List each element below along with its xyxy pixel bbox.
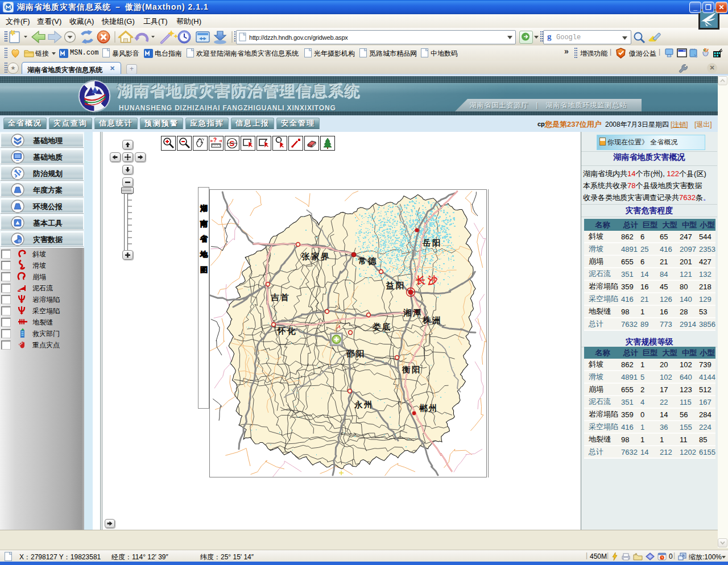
svg-text:娄底: 娄底 bbox=[373, 322, 392, 331]
svg-text:永州: 永州 bbox=[354, 400, 374, 409]
svg-text:衡阳: 衡阳 bbox=[402, 365, 421, 374]
svg-text:常德: 常德 bbox=[358, 256, 378, 265]
svg-text:益阳: 益阳 bbox=[386, 281, 406, 290]
svg-text:张家界: 张家界 bbox=[301, 252, 330, 261]
svg-text:株洲: 株洲 bbox=[422, 315, 442, 325]
svg-text:?: ? bbox=[213, 137, 217, 143]
svg-text:邵阳: 邵阳 bbox=[346, 349, 366, 358]
svg-text:吉首: 吉首 bbox=[270, 293, 290, 302]
svg-text:长沙: 长沙 bbox=[415, 275, 440, 286]
svg-text:岳阳: 岳阳 bbox=[422, 238, 442, 247]
svg-text:郴州: 郴州 bbox=[419, 404, 439, 413]
svg-text:怀化: 怀化 bbox=[277, 326, 297, 335]
svg-text:湘潭: 湘潭 bbox=[403, 308, 423, 317]
